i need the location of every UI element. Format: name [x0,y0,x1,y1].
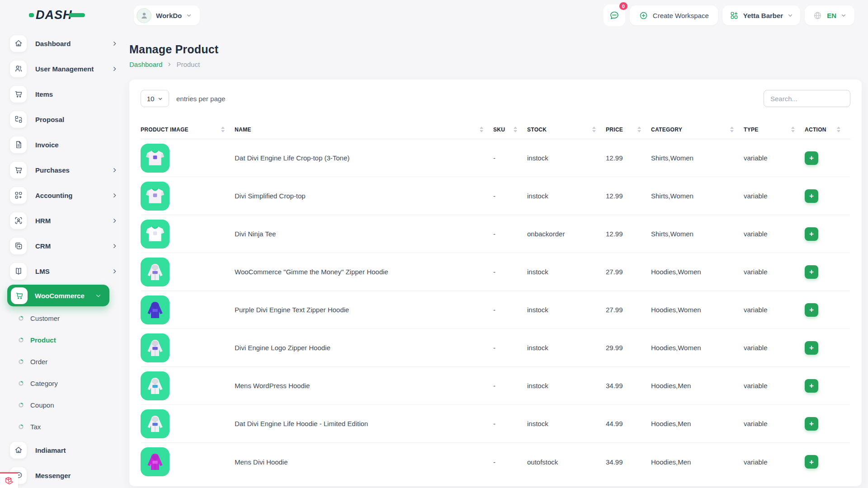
chevron-right-icon [112,218,118,224]
globe-icon [813,11,822,20]
breadcrumb-current: Product [176,61,200,68]
table-body: Dat Divi Engine Life Crop-top (3-Tone) -… [141,139,850,481]
product-sku: - [493,230,527,238]
chevron-down-icon [841,13,846,18]
product-type: variable [744,458,805,466]
create-workspace-button[interactable]: Create Workspace [630,5,718,25]
donut-icon [18,315,24,321]
sidebar-subitem-category[interactable]: Category [0,372,127,394]
sidebar-item-label: CRM [35,242,51,250]
product-image [141,447,170,476]
sidebar-subitem-order[interactable]: Order [0,351,127,372]
sidebar-item-hrm[interactable]: HRM [0,208,127,233]
product-stock: instock [527,344,606,352]
column-header-product-image[interactable]: PRODUCT IMAGE [141,127,235,133]
sidebar-item-label: Messenger [35,472,71,479]
sidebar-subitem-tax[interactable]: Tax [0,416,127,437]
product-category: Hoodies,Men [651,458,744,466]
add-action-button[interactable]: + [805,265,818,279]
product-name: Divi Simplified Crop-top [235,192,493,200]
table-row: Mens Divi Hoodie - outofstock 34.99 Hood… [141,443,850,481]
entries-per-page-select[interactable]: 10 [141,90,169,107]
debugbar-toggle[interactable] [0,472,18,488]
table-row: Divi Engine Logo Zipper Hoodie - instock… [141,329,850,367]
add-action-button[interactable]: + [805,151,818,165]
product-sku: - [493,344,527,352]
add-action-button[interactable]: + [805,379,818,393]
add-action-button[interactable]: + [805,417,818,431]
sidebar-subitem-label: Customer [30,314,60,322]
workspace-name: WorkDo [156,12,182,19]
table-row: Mens WordPress Hoodie - instock 34.99 Ho… [141,367,850,405]
product-stock: instock [527,382,606,389]
add-action-button[interactable]: + [805,303,818,317]
cart-icon [10,162,27,178]
user-name: Yetta Barber [743,12,783,19]
product-price: 12.99 [606,230,651,238]
add-action-button[interactable]: + [805,341,818,355]
workspace-selector[interactable]: WorkDo [134,5,200,25]
table-row: Divi Ninja Tee - onbackorder 12.99 Shirt… [141,215,850,253]
column-header-type[interactable]: TYPE [744,127,805,133]
column-header-sku[interactable]: SKU [493,127,527,133]
sidebar-item-dashboard[interactable]: Dashboard [0,31,127,56]
sidebar-item-proposal[interactable]: Proposal [0,107,127,132]
top-bar: DASH WorkDo 0 Create Workspace Yetta Bar… [0,0,868,31]
product-category: Hoodies,Men [651,420,744,427]
product-stock: instock [527,420,606,427]
sidebar-subitem-coupon[interactable]: Coupon [0,394,127,416]
sidebar-item-woocommerce[interactable]: WooCommerce [7,285,109,306]
add-action-button[interactable]: + [805,227,818,241]
sidebar-item-label: Accounting [35,192,73,199]
product-name: Dat Divi Engine Life Crop-top (3-Tone) [235,154,493,162]
messages-button[interactable]: 0 [604,5,625,26]
donut-icon [18,402,24,408]
sidebar-subitem-label: Category [30,380,58,387]
chevron-right-icon [112,41,118,47]
column-header-price[interactable]: PRICE [606,127,651,133]
product-stock: instock [527,192,606,200]
sidebar-item-crm[interactable]: CRM [0,233,127,258]
add-action-button[interactable]: + [805,455,818,469]
file-icon [10,136,27,153]
sidebar-item-invoice[interactable]: Invoice [0,132,127,157]
sidebar-item-messenger[interactable]: Messenger [0,463,127,488]
sidebar-item-lms[interactable]: LMS [0,258,127,284]
sidebar-item-purchases[interactable]: Purchases [0,157,127,183]
chevron-down-icon [788,13,793,18]
column-header-name[interactable]: NAME [235,127,493,133]
product-type: variable [744,344,805,352]
search-input[interactable] [764,90,850,107]
table-header-row: PRODUCT IMAGENAMESKUSTOCKPRICECATEGORYTY… [141,120,850,139]
language-selector[interactable]: EN [805,5,854,25]
add-action-button[interactable]: + [805,189,818,203]
sidebar-item-accounting[interactable]: Accounting [0,183,127,208]
product-image [141,371,170,400]
page-title: Manage Product [129,43,862,56]
sidebar-item-label: WooCommerce [35,292,85,300]
sidebar-item-user-management[interactable]: User Management [0,56,127,81]
users-icon [10,61,27,77]
book-icon [10,263,27,280]
product-category: Shirts,Women [651,192,744,200]
product-price: 34.99 [606,382,651,389]
product-price: 34.99 [606,458,651,466]
sort-arrows-icon [514,127,517,132]
workspace-grid-icon [730,11,739,20]
product-sku: - [493,268,527,276]
sidebar-subitem-product[interactable]: Product [0,329,127,351]
product-sku: - [493,154,527,162]
chevron-down-icon [186,13,192,18]
column-header-action[interactable]: ACTION [805,127,850,133]
product-price: 27.99 [606,306,651,314]
sidebar-item-items[interactable]: Items [0,81,127,107]
user-menu[interactable]: Yetta Barber [722,5,800,25]
sidebar-subitem-customer[interactable]: Customer [0,307,127,329]
product-category: Hoodies,Women [651,268,744,276]
cart-icon [11,287,28,304]
column-header-stock[interactable]: STOCK [527,127,606,133]
breadcrumb-dashboard-link[interactable]: Dashboard [129,61,162,68]
column-header-category[interactable]: CATEGORY [651,127,744,133]
sidebar-item-indiamart[interactable]: Indiamart [0,437,127,463]
product-type: variable [744,154,805,162]
